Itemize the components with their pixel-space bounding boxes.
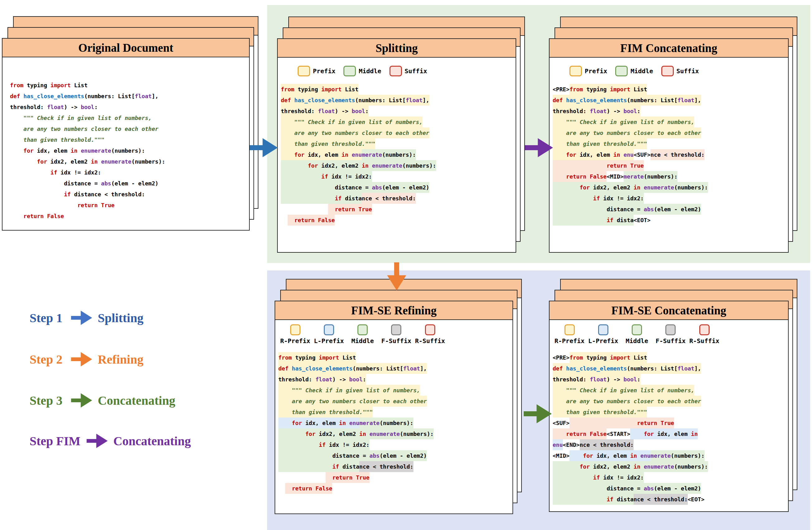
code-segment: import — [610, 352, 630, 363]
code-line: return False — [278, 483, 512, 494]
panel-title: FIM Concatenating — [620, 41, 717, 55]
code-segment: ], — [694, 363, 701, 374]
code-segment: in — [634, 461, 640, 472]
code-segment: <PRE> — [553, 86, 569, 93]
code-segment: from — [278, 352, 292, 363]
legend-item-middle: Middle — [622, 324, 652, 345]
code-segment: if — [332, 461, 339, 472]
code-segment: in — [630, 450, 637, 461]
legend-label: Middle — [359, 67, 381, 75]
panel-body: PrefixMiddleSuffix <PRE>from typing impo… — [550, 58, 788, 252]
legend-swatch — [615, 66, 628, 76]
legend: PrefixMiddleSuffix — [569, 66, 788, 76]
code-segment: are any two numbers closer to each other — [281, 127, 429, 138]
code-segment: (numbers): — [400, 429, 433, 439]
code-segment — [278, 461, 332, 472]
code-segment: distance = — [281, 182, 372, 193]
code-segment: threshold: — [553, 106, 590, 116]
code-line: if idx != idx2: — [278, 439, 512, 450]
code-segment: (elem - elem2) — [111, 180, 159, 187]
code-segment: def — [281, 95, 294, 106]
document-card: Original Document from typing import Lis… — [2, 38, 250, 231]
code-segment — [278, 485, 285, 492]
code-segment: (elem - elem2) — [654, 204, 701, 215]
code-segment: List — [630, 84, 647, 95]
legend-item-middle: Middle — [344, 66, 381, 76]
panel-fim-concatenating: FIM Concatenating PrefixMiddleSuffix <PR… — [549, 38, 789, 253]
legend-swatch — [344, 66, 356, 76]
code-segment — [10, 158, 37, 165]
code-segment: enumerate — [369, 429, 400, 439]
code-segment: bool — [349, 374, 363, 385]
code-segment — [553, 171, 566, 182]
code-segment: abs — [372, 182, 382, 193]
code-segment: for — [294, 149, 304, 160]
code-segment: bool — [624, 106, 637, 116]
step-label: Step 1 — [30, 311, 66, 325]
code-segment: ) -> — [335, 106, 351, 116]
code-segment: return False — [292, 483, 332, 494]
code-line: return False — [10, 211, 249, 222]
code-segment: has_close_elements — [294, 95, 355, 106]
code-segment — [553, 472, 593, 483]
code-block: <PRE>from typing import Listdef has_clos… — [550, 84, 788, 226]
code-segment — [553, 160, 607, 171]
code-line: def has_close_elements(numbers: List[flo… — [278, 363, 512, 374]
step1-arrow-icon — [71, 309, 92, 326]
code-segment: idx2, elem2 — [47, 158, 91, 165]
code-segment: idx2, elem2 — [315, 429, 359, 439]
code-segment: (numbers): — [671, 450, 704, 461]
code-segment: float — [590, 374, 607, 385]
code-segment: enu — [624, 149, 634, 160]
code-segment: List — [71, 82, 87, 88]
panel-title: Splitting — [376, 41, 418, 55]
code-segment: idx != idx2: — [600, 193, 644, 204]
code-segment — [278, 439, 319, 450]
panel-title: FIM-SE Concatenating — [611, 304, 726, 317]
code-segment: """ Check if in given list of numbers, — [281, 116, 422, 127]
code-segment: for — [566, 149, 576, 160]
code-segment — [281, 171, 321, 182]
legend: R-PrefixL-PrefixMiddleF-SuffixR-Suffix — [280, 324, 512, 345]
legend-label: R-Prefix — [554, 337, 584, 345]
legend-swatch — [358, 324, 368, 335]
code-segment: : — [95, 104, 98, 110]
code-segment — [630, 429, 643, 439]
code-segment: enu — [349, 418, 360, 429]
panel-title-bar: FIM Concatenating — [550, 39, 788, 58]
code-segment — [366, 429, 369, 439]
code-segment: nce < threshold: — [362, 193, 416, 204]
code-segment: float — [678, 95, 694, 106]
code-segment: from — [10, 82, 23, 88]
code-segment: <END> — [563, 442, 580, 448]
code-segment: idx, elem — [304, 149, 342, 160]
legend-label: F-Suffix — [656, 337, 685, 345]
code-segment: if — [335, 193, 342, 204]
legend-label: Prefix — [585, 67, 607, 75]
code-segment: enu — [553, 439, 563, 450]
code-segment: typing — [294, 84, 321, 95]
code-line: def has_close_elements(numbers: List[flo… — [281, 95, 516, 106]
arrow-refining-to-concat-icon — [523, 403, 552, 425]
code-segment: float — [47, 104, 64, 110]
panel-title: FIM-SE Refining — [351, 304, 436, 317]
code-segment: for — [580, 182, 590, 193]
code-segment: (numbers: List[ — [84, 93, 135, 99]
code-line: are any two numbers closer to each other — [10, 123, 249, 134]
code-segment: has_close_elements — [566, 95, 627, 106]
code-segment: dista — [342, 193, 362, 204]
code-segment: nce < threshold: — [580, 439, 634, 450]
code-segment — [326, 472, 333, 483]
code-segment: float — [678, 363, 694, 374]
code-segment: List — [630, 352, 647, 363]
code-segment: abs — [101, 180, 112, 187]
code-segment: if — [321, 171, 328, 182]
code-line: enu<END>nce < threshold: — [553, 439, 788, 450]
code-segment: typing — [23, 82, 50, 88]
step-row-1: Step 1 Splitting — [30, 308, 144, 327]
code-segment: <PRE> — [553, 354, 569, 361]
legend-swatch — [569, 66, 582, 76]
code-segment: <EOT> — [688, 496, 705, 503]
panel-title-bar: Splitting — [278, 39, 516, 58]
code-segment — [278, 474, 326, 481]
